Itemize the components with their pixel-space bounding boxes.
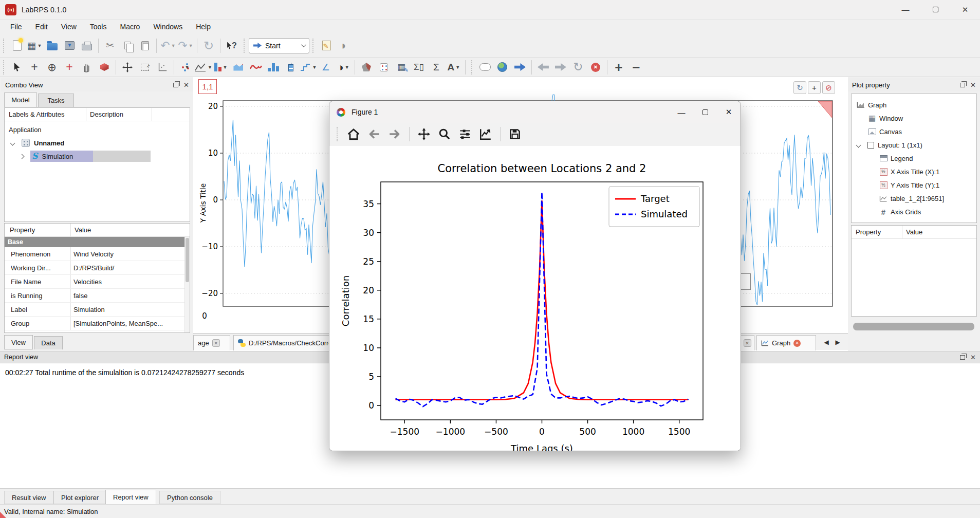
toolbar-handle[interactable] (244, 39, 247, 53)
open-button[interactable] (43, 38, 61, 54)
figure-close-button[interactable]: ✕ (717, 101, 741, 123)
tab-graph[interactable]: Graph ✕ (756, 335, 816, 350)
minimize-button[interactable]: — (891, 0, 920, 19)
new-document-button[interactable] (8, 38, 26, 54)
save-figure-button[interactable] (506, 125, 524, 143)
paste-button[interactable] (136, 38, 154, 54)
pan-button[interactable] (415, 125, 433, 143)
zoom-button[interactable] (436, 125, 453, 143)
pie-chart-button[interactable]: ◑▼ (335, 60, 352, 75)
figure-canvas[interactable]: −1500−1000−50005001000150005101520253035… (329, 145, 741, 451)
tab-data[interactable]: Data (34, 336, 63, 349)
crosshair-button[interactable]: + (61, 60, 78, 75)
cut-button[interactable]: ✂ (101, 38, 119, 54)
menu-help[interactable]: Help (190, 21, 217, 32)
box-plot-button[interactable] (282, 60, 300, 75)
nav-forward-button[interactable] (552, 60, 569, 75)
menu-view[interactable]: View (55, 21, 83, 32)
column-divider[interactable] (152, 108, 152, 121)
back-button[interactable] (365, 125, 383, 143)
web-page-button[interactable] (476, 60, 494, 75)
angle-plot-button[interactable]: ∠ (317, 60, 335, 75)
print-button[interactable] (78, 38, 96, 54)
tree-column-description[interactable]: Description (90, 110, 123, 118)
configure-subplots-button[interactable] (456, 125, 474, 143)
value-column-header[interactable]: Value (75, 226, 91, 234)
tree-item-table[interactable]: table_1_2[1:9651] (852, 192, 976, 205)
tabs-scroll-left-icon[interactable]: ◀ (821, 337, 831, 348)
disable-icon[interactable]: ⊘ (822, 81, 835, 94)
tree-item-y-axis-title[interactable]: ½ Y Axis Title (Y):1 (852, 178, 976, 192)
copy-button[interactable] (119, 38, 136, 54)
chevron-down-icon[interactable] (856, 142, 861, 147)
tree-item-simulation[interactable]: S Simulation (5, 150, 190, 162)
edit-parameters-button[interactable] (477, 125, 494, 143)
close-button[interactable]: ✕ (950, 0, 980, 19)
tree-item-canvas[interactable]: Canvas (852, 125, 976, 138)
nav-refresh-button[interactable]: ↻ (569, 60, 587, 75)
close-panel-icon[interactable]: ✕ (970, 354, 976, 361)
tab-start-page-partial[interactable]: age ✕ (193, 335, 230, 350)
column-divider[interactable] (86, 108, 86, 121)
float-panel-icon[interactable] (960, 83, 965, 87)
whats-this-button[interactable]: ? (223, 38, 241, 54)
tab-plot-explorer[interactable]: Plot explorer (53, 491, 106, 504)
sum-button[interactable]: Σ (428, 60, 445, 75)
tree-item-application[interactable]: Application (5, 123, 190, 136)
close-tab-icon[interactable]: ✕ (793, 340, 801, 347)
polyhedron-button[interactable] (358, 60, 375, 75)
edit-table-button[interactable]: ▦ (393, 60, 410, 75)
menu-edit[interactable]: Edit (29, 21, 54, 32)
vertical-scrollbar[interactable] (184, 237, 190, 332)
add-point-button[interactable]: + (26, 60, 43, 75)
tab-report-view[interactable]: Report view (105, 490, 156, 505)
chart-axes-button[interactable] (154, 60, 171, 75)
redo-button[interactable]: ↷▼ (177, 38, 194, 54)
add-icon[interactable]: + (808, 81, 821, 94)
sum-table-button[interactable]: Σ▯ (410, 60, 428, 75)
tab-python-console[interactable]: Python console (159, 491, 220, 504)
tree-item-legend[interactable]: Legend (852, 152, 976, 165)
home-button[interactable] (345, 125, 362, 143)
step-plot-button[interactable]: ▼ (300, 60, 317, 75)
property-column-header[interactable]: Property (10, 226, 35, 234)
histogram-button[interactable] (265, 60, 282, 75)
property-column-header[interactable]: Property (856, 228, 881, 236)
property-row[interactable]: Working Dir...D:/RPS/Build/ (5, 261, 184, 275)
property-row[interactable]: Group[SimulationPoints, MeanSpe... (5, 317, 184, 330)
tree-item-unnamed[interactable]: Unnamed (5, 137, 190, 149)
solid-box-button[interactable] (96, 60, 113, 75)
menu-file[interactable]: File (4, 21, 28, 32)
value-column-header[interactable]: Value (906, 228, 922, 236)
tab-model[interactable]: Model (4, 92, 37, 107)
random-table-button[interactable] (375, 60, 393, 75)
chevron-down-icon[interactable] (10, 140, 15, 145)
property-row[interactable]: PhenomenonWind Velocity (5, 247, 184, 261)
tree-item-layout[interactable]: Layout: 1 (1x1) (852, 138, 976, 152)
macro-edit-button[interactable] (318, 38, 335, 54)
close-tab-icon[interactable]: ✕ (744, 339, 751, 347)
start-combobox[interactable]: Start (249, 38, 309, 53)
refresh-button[interactable]: ↻ (200, 38, 217, 54)
rect-select-button[interactable] (136, 60, 154, 75)
tree-item-x-axis-title[interactable]: ½ X Axis Title (X):1 (852, 165, 976, 178)
move-button[interactable] (119, 60, 136, 75)
property-row[interactable]: File NameVelocities (5, 275, 184, 289)
toolbar-handle[interactable] (3, 60, 6, 75)
text-label-button[interactable]: A▼ (445, 60, 463, 75)
menu-windows[interactable]: Windows (147, 21, 189, 32)
close-tab-icon[interactable]: ✕ (212, 339, 220, 347)
tree-column-labels[interactable]: Labels & Attributes (9, 110, 64, 118)
nav-back-button[interactable] (534, 60, 552, 75)
menu-tools[interactable]: Tools (84, 21, 113, 32)
area-chart-button[interactable] (230, 60, 247, 75)
tree-item-window[interactable]: ▦ Window (852, 112, 976, 125)
figure-minimize-button[interactable]: — (670, 101, 693, 123)
property-group-base[interactable]: Base (5, 237, 184, 247)
figure-maximize-button[interactable] (693, 101, 717, 123)
close-panel-icon[interactable]: ✕ (970, 82, 976, 88)
zoom-out-button[interactable]: − (627, 60, 645, 75)
float-panel-icon[interactable] (960, 355, 965, 360)
tab-tasks[interactable]: Tasks (38, 94, 74, 107)
chevron-right-icon[interactable] (20, 154, 25, 159)
